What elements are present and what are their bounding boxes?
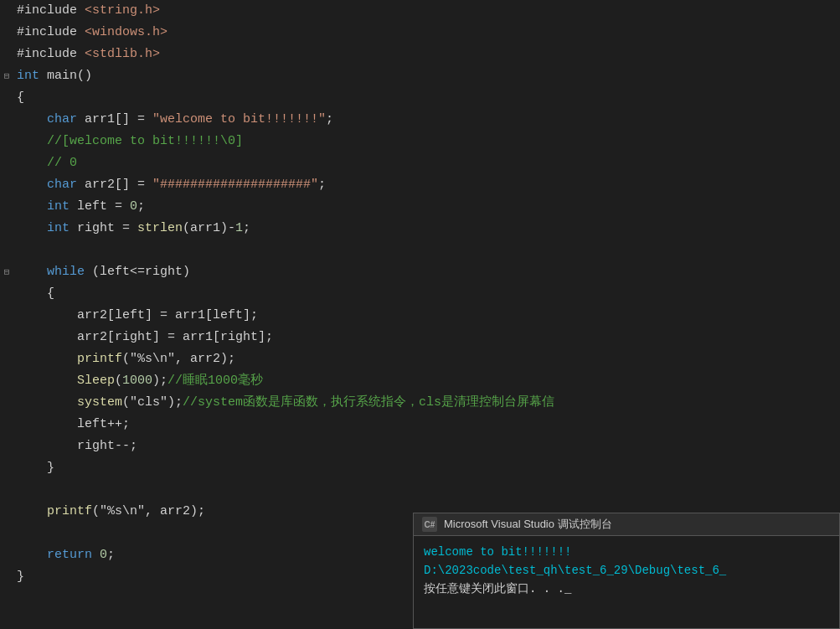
indent xyxy=(17,504,47,518)
token: arr2[left] = arr1[left]; xyxy=(77,308,258,322)
code-line: arr2[right] = arr1[right]; xyxy=(0,327,840,348)
code-line xyxy=(0,479,840,501)
token: ("%s\n", arr2); xyxy=(92,504,205,518)
token: (arr1)- xyxy=(183,221,235,235)
token: #include xyxy=(17,3,85,18)
code-content: } xyxy=(13,457,840,479)
terminal-titlebar: C# Microsoft Visual Studio 调试控制台 xyxy=(414,513,839,536)
code-content: arr2[left] = arr1[left]; xyxy=(13,305,840,327)
terminal-window[interactable]: C# Microsoft Visual Studio 调试控制台 welcome… xyxy=(413,513,840,629)
code-line: char arr2[] = "####################"; xyxy=(0,174,840,196)
token: { xyxy=(47,286,54,301)
token: <windows.h> xyxy=(85,25,167,39)
token: printf xyxy=(47,504,92,518)
code-line: arr2[left] = arr1[left]; xyxy=(0,305,840,327)
token: //system函数是库函数，执行系统指令，cls是清理控制台屏幕信 xyxy=(183,395,554,410)
code-content: char arr1[] = "welcome to bit!!!!!!!"; xyxy=(13,109,840,131)
token: ("cls"); xyxy=(122,395,183,410)
code-line: ⊟ while (left<=right) xyxy=(0,261,840,283)
code-line: ⊟int main() xyxy=(0,65,840,87)
token: #include xyxy=(17,25,85,39)
code-content: printf("%s\n", arr2); xyxy=(13,348,840,370)
indent xyxy=(17,265,47,279)
code-line: char arr1[] = "welcome to bit!!!!!!!"; xyxy=(0,109,840,131)
token: <string.h> xyxy=(85,3,160,18)
terminal-line: 按任意键关闭此窗口. . ._ xyxy=(424,580,829,598)
token: <stdlib.h> xyxy=(85,47,160,61)
code-content: //[welcome to bit!!!!!!\0] xyxy=(13,131,840,152)
token: ; xyxy=(318,178,326,192)
code-content: // 0 xyxy=(13,152,840,174)
token: ("%s\n", arr2); xyxy=(122,352,235,366)
indent xyxy=(17,156,47,170)
token: ; xyxy=(243,221,250,235)
token: "welcome to bit!!!!!!!" xyxy=(152,112,326,126)
indent xyxy=(17,395,77,410)
token: //睡眠1000毫秒 xyxy=(167,374,263,388)
code-content: #include <windows.h> xyxy=(13,22,840,44)
code-line: left++; xyxy=(0,414,840,436)
indent xyxy=(17,112,47,126)
terminal-line: D:\2023code\test_qh\test_6_29\Debug\test… xyxy=(424,561,829,580)
token: ); xyxy=(152,374,167,388)
code-content: left++; xyxy=(13,414,840,436)
token: int xyxy=(47,221,70,235)
token: ; xyxy=(107,548,115,562)
token xyxy=(92,548,100,562)
code-content: char arr2[] = "####################"; xyxy=(13,174,840,196)
code-content: int main() xyxy=(13,65,840,87)
token: 0 xyxy=(100,548,107,562)
code-content: right--; xyxy=(13,436,840,457)
code-line: #include <stdlib.h> xyxy=(0,44,840,65)
token: arr2[right] = arr1[right]; xyxy=(77,330,273,344)
token: 1000 xyxy=(122,374,152,388)
indent xyxy=(17,330,77,344)
code-line: Sleep(1000);//睡眠1000毫秒 xyxy=(0,370,840,392)
code-content: #include <string.h> xyxy=(13,0,840,22)
indent xyxy=(17,286,47,301)
token: arr1[] = xyxy=(77,112,152,126)
code-content: { xyxy=(13,283,840,305)
code-line: { xyxy=(0,87,840,109)
code-line: #include <string.h> xyxy=(0,0,840,22)
indent xyxy=(17,199,47,214)
indent xyxy=(17,548,47,562)
token: Sleep xyxy=(77,374,115,388)
token: int xyxy=(47,199,70,214)
code-line xyxy=(0,240,840,261)
token: char xyxy=(47,178,77,192)
token: { xyxy=(17,90,24,105)
indent xyxy=(17,134,47,148)
code-line: #include <windows.h> xyxy=(0,22,840,44)
indent xyxy=(17,308,77,322)
indent xyxy=(17,439,77,453)
token: right = xyxy=(70,221,137,235)
token: printf xyxy=(77,352,122,366)
token: #include xyxy=(17,47,85,61)
token: arr2[] = xyxy=(77,178,152,192)
code-line: //[welcome to bit!!!!!!\0] xyxy=(0,131,840,152)
token: ; xyxy=(137,199,145,214)
indent xyxy=(17,178,47,192)
code-line: system("cls");//system函数是库函数，执行系统指令，cls是… xyxy=(0,392,840,414)
fold-marker: ⊟ xyxy=(0,261,13,283)
code-line: right--; xyxy=(0,436,840,457)
code-line: printf("%s\n", arr2); xyxy=(0,348,840,370)
token: return xyxy=(47,548,92,562)
code-content: { xyxy=(13,87,840,109)
code-content: #include <stdlib.h> xyxy=(13,44,840,65)
token: ( xyxy=(115,374,122,388)
token: } xyxy=(17,570,24,584)
indent xyxy=(17,461,47,475)
token: system xyxy=(77,395,122,410)
token: left = xyxy=(70,199,130,214)
code-content: while (left<=right) xyxy=(13,261,840,283)
token: left++; xyxy=(77,417,130,431)
token: } xyxy=(47,461,54,475)
indent xyxy=(17,352,77,366)
code-content: int left = 0; xyxy=(13,196,840,218)
token: int xyxy=(17,69,39,83)
terminal-line: welcome to bit!!!!!!! xyxy=(424,543,829,561)
token: 0 xyxy=(130,199,137,214)
indent xyxy=(17,374,77,388)
